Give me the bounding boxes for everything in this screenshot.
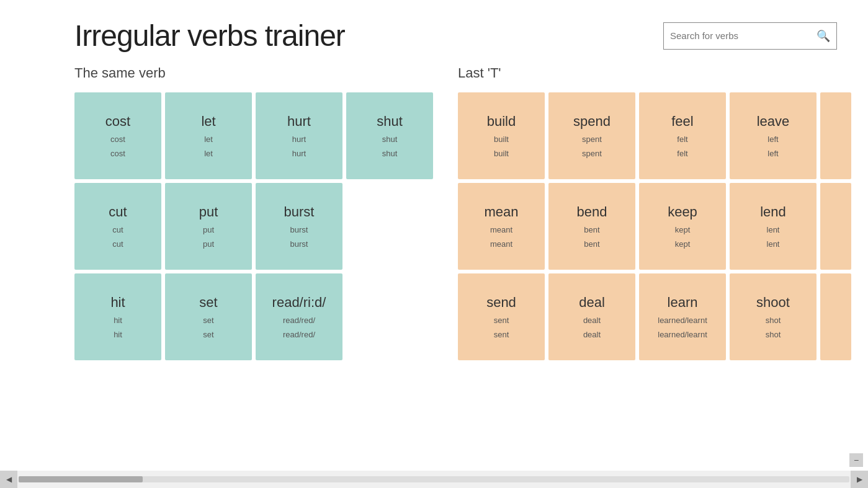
verb-card-hurt[interactable]: hurt hurt hurt: [256, 92, 342, 179]
verb-card-lend[interactable]: lend lent lent: [730, 183, 817, 270]
verb-pp: lent: [767, 239, 780, 249]
verb-card-send[interactable]: send sent sent: [458, 273, 545, 360]
search-container: 🔍: [663, 22, 837, 50]
same-verb-grid: cost cost cost let let let hurt hurt hur…: [74, 92, 433, 360]
verb-past: set: [203, 316, 213, 325]
scroll-left-button[interactable]: ◀: [0, 471, 17, 488]
verb-card-mean[interactable]: mean meant meant: [458, 183, 545, 270]
verb-card-learn[interactable]: learn learned/learnt learned/learnt: [639, 273, 726, 360]
verb-base: send: [486, 295, 516, 311]
verb-pp: sent: [494, 330, 509, 339]
verb-card-put[interactable]: put put put: [165, 183, 252, 270]
verb-card-burst[interactable]: burst burst burst: [256, 183, 342, 270]
verb-pp: left: [767, 149, 778, 158]
header: Irregular verbs trainer 🔍: [0, 0, 868, 65]
verb-base: learn: [668, 295, 698, 311]
verb-base: cost: [105, 113, 130, 130]
verb-pp: read/red/: [283, 330, 315, 339]
verb-past: meant: [490, 225, 512, 234]
same-verb-section: The same verb cost cost cost let let let…: [74, 65, 433, 360]
verb-pp: built: [494, 149, 509, 158]
verb-base: hit: [110, 295, 125, 311]
verb-card-feel[interactable]: feel felt felt: [639, 92, 726, 179]
verb-pp: shot: [766, 330, 781, 339]
verb-card-let[interactable]: let let let: [165, 92, 252, 179]
verb-pp: cost: [110, 149, 125, 158]
verb-base: hurt: [287, 113, 311, 130]
main-content: The same verb cost cost cost let let let…: [0, 65, 868, 360]
last-t-grid: build built built spend spent spent feel…: [458, 92, 851, 360]
verb-card-build[interactable]: build built built: [458, 92, 545, 179]
verb-pp: let: [204, 149, 213, 158]
verb-base: feel: [671, 113, 693, 130]
last-t-section: Last 'T' build built built spend spent s…: [458, 65, 851, 360]
verb-card-deal[interactable]: deal dealt dealt: [548, 273, 635, 360]
verb-past: cost: [110, 135, 125, 144]
verb-pp: meant: [490, 239, 512, 249]
scroll-right-button[interactable]: ▶: [851, 471, 868, 488]
verb-base: leave: [757, 113, 790, 130]
same-verb-title: The same verb: [74, 65, 433, 81]
verb-past: shut: [382, 135, 398, 144]
verb-card-read[interactable]: read/ri:d/ read/red/ read/red/: [256, 273, 342, 360]
verb-past: shot: [766, 316, 781, 325]
verb-card-hit[interactable]: hit hit hit: [74, 273, 161, 360]
verb-past: felt: [677, 135, 687, 144]
verb-card-cost[interactable]: cost cost cost: [74, 92, 161, 179]
verb-base: set: [199, 295, 217, 311]
verb-base: mean: [484, 204, 518, 220]
verb-base: bend: [577, 204, 607, 220]
verb-pp: bent: [584, 239, 599, 249]
verb-pp: cut: [112, 239, 123, 249]
verb-card-shoot[interactable]: shoot shot shot: [730, 273, 817, 360]
verb-pp: burst: [290, 239, 308, 249]
verb-base: lend: [760, 204, 786, 220]
search-input[interactable]: [664, 30, 810, 41]
verb-past: dealt: [583, 316, 601, 325]
last-t-title: Last 'T': [458, 65, 851, 81]
verb-pp: hit: [114, 330, 122, 339]
verb-pp: kept: [675, 239, 691, 249]
verb-past: bent: [584, 225, 599, 234]
verb-card-leave[interactable]: leave left left: [730, 92, 817, 179]
search-button[interactable]: 🔍: [810, 29, 836, 43]
verb-past: hurt: [292, 135, 306, 144]
verb-past: sent: [494, 316, 509, 325]
verb-card-partial-3: [820, 273, 851, 360]
scrollbar: ◀ ▶: [0, 471, 868, 488]
verb-past: spent: [582, 135, 602, 144]
verb-card-cut[interactable]: cut cut cut: [74, 183, 161, 270]
verb-base: build: [487, 113, 516, 130]
verb-base: put: [199, 204, 218, 220]
verb-past: read/red/: [283, 316, 315, 325]
zoom-minus-button[interactable]: −: [849, 453, 863, 467]
verb-past: left: [767, 135, 778, 144]
verb-past: let: [204, 135, 213, 144]
verb-past: kept: [675, 225, 691, 234]
verb-past: lent: [767, 225, 780, 234]
verb-past: hit: [114, 316, 122, 325]
verb-pp: learned/learnt: [658, 330, 707, 339]
verb-pp: shut: [382, 149, 398, 158]
verb-base: shut: [377, 113, 403, 130]
verb-base: cut: [109, 204, 127, 220]
verb-card-set[interactable]: set set set: [165, 273, 252, 360]
verb-base: deal: [579, 295, 605, 311]
verb-base: burst: [284, 204, 315, 220]
verb-past: learned/learnt: [658, 316, 707, 325]
verb-past: burst: [290, 225, 308, 234]
verb-card-keep[interactable]: keep kept kept: [639, 183, 726, 270]
verb-past: put: [203, 225, 214, 234]
verb-past: cut: [112, 225, 123, 234]
verb-card-spend[interactable]: spend spent spent: [548, 92, 635, 179]
verb-card-bend[interactable]: bend bent bent: [548, 183, 635, 270]
verb-card-shut[interactable]: shut shut shut: [346, 92, 433, 179]
verb-pp: put: [203, 239, 214, 249]
verb-base: keep: [668, 204, 697, 220]
verb-past: built: [494, 135, 509, 144]
verb-pp: hurt: [292, 149, 306, 158]
scroll-track[interactable]: [19, 476, 849, 482]
verb-base: let: [201, 113, 215, 130]
verb-base: read/ri:d/: [272, 295, 326, 311]
verb-pp: dealt: [583, 330, 601, 339]
